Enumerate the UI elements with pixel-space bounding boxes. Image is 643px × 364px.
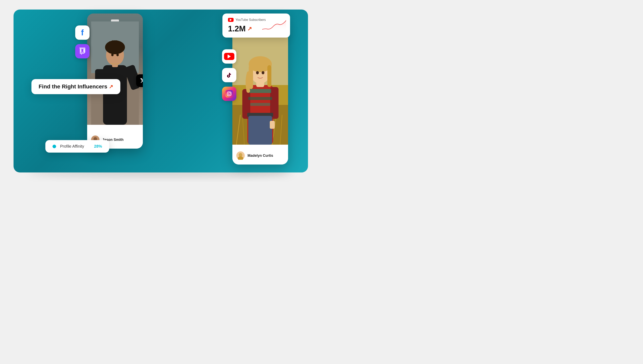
affinity-label: Profile Affinity — [60, 144, 84, 148]
svg-point-11 — [105, 40, 125, 54]
madelyn-photo-area — [232, 26, 288, 145]
svg-point-17 — [116, 54, 119, 56]
youtube-icon-bubble[interactable] — [222, 49, 236, 64]
svg-rect-32 — [249, 89, 271, 93]
affinity-dot-icon — [53, 145, 56, 148]
yt-subscribers-card: YouTube Subscribers 1.2M ↗ — [223, 14, 290, 38]
instagram-icon — [226, 90, 233, 98]
main-container: Find the Right Influencers ↗ Profile Aff… — [14, 10, 308, 172]
svg-point-43 — [262, 71, 264, 74]
find-influencers-card: Find the Right Influencers ↗ — [32, 79, 120, 94]
find-influencers-label: Find the Right Influencers — [39, 84, 107, 90]
tiktok-icon-bubble[interactable]: ♪ — [222, 68, 236, 82]
find-influencers-title: Find the Right Influencers ↗ — [39, 84, 113, 90]
svg-point-16 — [111, 54, 114, 56]
svg-text:♪: ♪ — [230, 74, 230, 75]
x-button[interactable]: 𝕏 — [136, 74, 143, 87]
svg-rect-41 — [267, 65, 271, 87]
yt-subscribers-label: YouTube Subscribers — [236, 18, 266, 22]
svg-rect-13 — [112, 40, 113, 54]
yt-chart-svg — [262, 18, 286, 32]
affinity-value: 28% — [94, 144, 102, 148]
madelyn-user-info: Madelyn Curtis — [232, 147, 288, 164]
jason-figure-svg — [91, 22, 139, 125]
social-icons-left: f — [75, 26, 90, 58]
yt-chart — [262, 18, 286, 32]
svg-point-42 — [256, 71, 259, 74]
svg-rect-14 — [116, 40, 117, 53]
twitch-icon-bubble[interactable] — [75, 44, 90, 58]
facebook-icon: f — [81, 28, 84, 37]
madelyn-figure-svg — [232, 26, 288, 145]
affinity-card: Profile Affinity 28% — [45, 140, 109, 152]
tiktok-icon: ♪ — [226, 71, 233, 79]
phone-card-madelyn: Madelyn Curtis — [232, 26, 288, 164]
youtube-icon — [224, 53, 234, 60]
svg-rect-2 — [83, 49, 84, 52]
x-icon: 𝕏 — [140, 77, 143, 84]
svg-rect-12 — [109, 41, 111, 53]
yt-logo-small — [228, 18, 234, 22]
instagram-icon-bubble[interactable] — [222, 87, 236, 101]
find-influencers-arrow: ↗ — [109, 84, 113, 90]
madelyn-name: Madelyn Curtis — [248, 154, 273, 158]
yt-trend-arrow: ↗ — [247, 26, 252, 32]
svg-rect-15 — [119, 41, 121, 52]
svg-rect-34 — [250, 103, 270, 106]
madelyn-avatar — [236, 152, 245, 160]
jason-photo-area — [87, 14, 143, 125]
svg-rect-6 — [103, 65, 127, 125]
svg-rect-33 — [248, 97, 272, 100]
twitch-icon — [79, 48, 86, 55]
svg-point-53 — [230, 92, 231, 93]
svg-rect-1 — [81, 49, 81, 52]
svg-rect-44 — [270, 121, 275, 129]
facebook-icon-bubble[interactable]: f — [75, 26, 90, 40]
yt-count-value: 1.2M — [228, 24, 246, 33]
social-icons-right: ♪ — [222, 49, 236, 101]
madelyn-avatar-img — [236, 152, 245, 160]
svg-rect-36 — [248, 116, 272, 145]
svg-rect-50 — [226, 90, 233, 98]
